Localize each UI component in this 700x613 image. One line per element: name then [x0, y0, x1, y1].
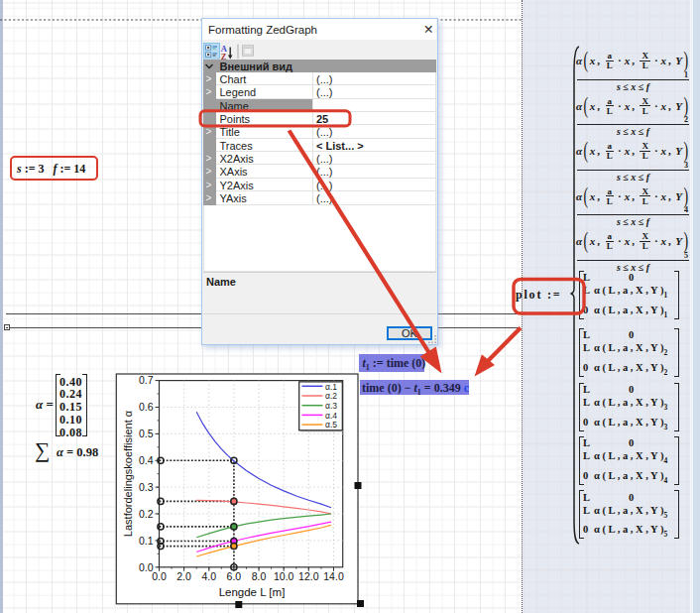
svg-text:10.0: 10.0 — [274, 570, 294, 582]
svg-text:Lastfordelingskoeffisient α: Lastfordelingskoeffisient α — [122, 410, 134, 537]
svg-text:0.0: 0.0 — [139, 561, 154, 573]
svg-text:0.0: 0.0 — [152, 570, 167, 582]
svg-text:0.5: 0.5 — [139, 428, 154, 439]
svg-text:0.4: 0.4 — [139, 454, 154, 466]
svg-text:0.7: 0.7 — [139, 374, 154, 386]
svg-text:14.0: 14.0 — [323, 570, 344, 582]
svg-text:α.1: α.1 — [325, 382, 337, 392]
svg-text:0.2: 0.2 — [139, 508, 154, 520]
svg-text:6.0: 6.0 — [227, 570, 242, 582]
svg-text:0.3: 0.3 — [139, 481, 154, 493]
svg-text:2.0: 2.0 — [176, 570, 191, 582]
svg-text:0.1: 0.1 — [139, 535, 154, 547]
svg-text:α.5: α.5 — [325, 420, 337, 429]
svg-text:Lengde L [m]: Lengde L [m] — [219, 586, 286, 598]
svg-text:8.0: 8.0 — [252, 570, 267, 582]
svg-text:α.2: α.2 — [325, 391, 337, 401]
svg-text:0.6: 0.6 — [139, 401, 154, 413]
svg-text:12.0: 12.0 — [298, 570, 319, 582]
svg-text:4.0: 4.0 — [201, 570, 216, 582]
svg-text:α.3: α.3 — [325, 401, 337, 411]
svg-text:α.4: α.4 — [325, 411, 337, 421]
